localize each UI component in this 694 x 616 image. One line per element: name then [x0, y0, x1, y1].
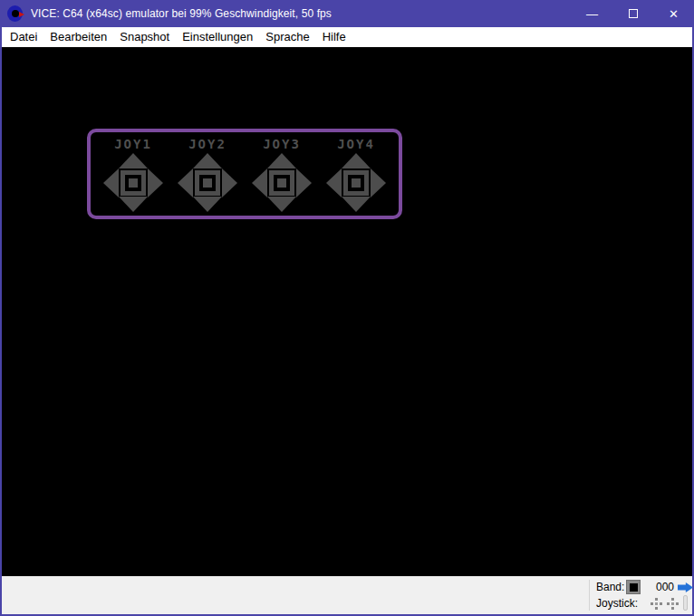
joy-dot	[667, 602, 670, 605]
joystick-unit-2: JOY2	[176, 138, 239, 212]
joy-fire-dot	[203, 178, 212, 188]
joy-dot	[655, 598, 658, 601]
joystick-test-panel: JOY1 JOY2	[87, 129, 402, 219]
joystick-label-3: JOY3	[263, 138, 301, 151]
tape-counter: 000	[649, 581, 674, 593]
window-title: VICE: C64 (x64sc) emulator bei 99% Gesch…	[31, 7, 332, 20]
menu-item-bearbeiten[interactable]: Bearbeiten	[43, 27, 113, 47]
joy-right-arrow-icon	[371, 168, 386, 197]
joystick-unit-1: JOY1	[101, 138, 165, 212]
joy-fire-button-icon	[269, 170, 294, 196]
vice-emulator-window: VICE: C64 (x64sc) emulator bei 99% Gesch…	[0, 0, 694, 616]
joystick-direction-icon	[326, 153, 386, 212]
menu-item-datei[interactable]: Datei	[4, 27, 43, 47]
menu-item-snapshot[interactable]: Snapshot	[113, 27, 176, 47]
menu-item-hilfe[interactable]: Hilfe	[316, 27, 352, 47]
joy-dot	[655, 607, 658, 610]
joy-dot	[676, 602, 679, 605]
menubar: Datei Bearbeiten Snapshot Einstellungen …	[2, 27, 692, 47]
emulator-screen[interactable]: JOY1 JOY2	[2, 47, 692, 576]
joy-dot	[655, 602, 658, 605]
joy-down-arrow-icon	[342, 197, 371, 212]
joystick-label-2: JOY2	[188, 138, 227, 151]
joystick-label-1: JOY1	[114, 138, 152, 151]
joy-right-arrow-icon	[222, 168, 237, 197]
maximize-icon	[629, 9, 638, 18]
joy-down-arrow-icon	[119, 197, 148, 212]
joy-down-arrow-icon	[267, 197, 296, 212]
joy-up-arrow-icon	[119, 153, 148, 168]
vice-icon-red-mark	[19, 12, 24, 17]
vice-app-icon	[7, 5, 24, 23]
joy-dot	[671, 602, 674, 605]
close-icon: ✕	[669, 7, 679, 21]
joystick-unit-4: JOY4	[324, 138, 388, 212]
joy-dot	[660, 602, 662, 605]
menu-item-einstellungen[interactable]: Einstellungen	[176, 27, 259, 47]
minimize-icon: —	[586, 7, 598, 21]
tape-motor-status-icon	[626, 580, 641, 594]
joy-fire-button-icon	[343, 170, 369, 196]
joy-fire-dot	[277, 178, 286, 188]
joystick-label-4: JOY4	[337, 138, 375, 151]
joy-up-arrow-icon	[193, 153, 222, 168]
joy-dot	[671, 598, 674, 601]
joystick-direction-icon	[178, 153, 237, 212]
maximize-button[interactable]	[612, 0, 653, 27]
joy-left-arrow-icon	[178, 168, 193, 197]
joy-down-arrow-icon	[193, 197, 222, 212]
tape-label: Band:	[596, 581, 624, 593]
tape-play-arrow-icon	[678, 582, 693, 592]
joy-dot	[651, 602, 653, 605]
joystick-direction-icon	[103, 153, 163, 212]
joy-fire-dot	[129, 178, 138, 188]
joystick-status-label: Joystick:	[596, 597, 638, 610]
joy-right-arrow-icon	[148, 168, 163, 197]
menu-item-sprache[interactable]: Sprache	[259, 27, 315, 47]
window-controls: — ✕	[572, 0, 694, 27]
joy-fire-button-icon	[195, 170, 220, 196]
joystick-state-indicator-1	[651, 598, 663, 611]
joy-fire-dot	[352, 178, 361, 188]
titlebar: VICE: C64 (x64sc) emulator bei 99% Gesch…	[0, 0, 694, 27]
volume-slider-track[interactable]	[683, 595, 688, 611]
joy-dot	[671, 607, 674, 610]
minimize-button[interactable]: —	[572, 0, 612, 27]
joystick-state-indicator-2	[667, 598, 680, 611]
joy-left-arrow-icon	[326, 168, 342, 197]
joy-fire-button-icon	[120, 170, 146, 196]
joy-up-arrow-icon	[267, 153, 296, 168]
joystick-direction-icon	[252, 153, 312, 212]
joystick-unit-3: JOY3	[250, 138, 313, 212]
joy-left-arrow-icon	[252, 168, 267, 197]
statusbar-separator	[589, 580, 590, 611]
close-button[interactable]: ✕	[653, 0, 694, 27]
statusbar: Band: 000 Joystick:	[2, 576, 692, 614]
joy-left-arrow-icon	[103, 168, 119, 197]
tape-motor-inner	[630, 583, 638, 592]
joy-up-arrow-icon	[342, 153, 371, 168]
vice-icon-hole	[12, 10, 19, 17]
joy-right-arrow-icon	[296, 168, 312, 197]
